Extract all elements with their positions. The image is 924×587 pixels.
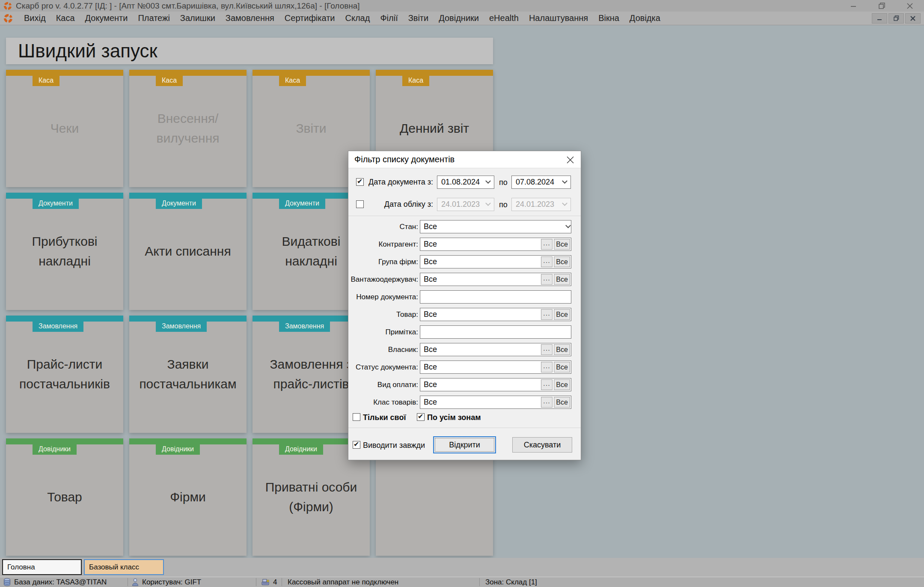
doc-date-from-value: 01.08.2024	[441, 178, 480, 187]
tab-label: Головна	[7, 563, 35, 572]
consignee-picker[interactable]: Все ··· Все	[420, 273, 571, 286]
tile-goods[interactable]: Довідники Товар	[6, 438, 123, 556]
always-show-checkbox[interactable]	[353, 441, 360, 449]
filter-row-firm-group: Група фірм: Все ··· Все	[348, 255, 582, 268]
menu-item-stocks[interactable]: Залишки	[175, 13, 220, 23]
tile-writeoff-acts[interactable]: Документи Акти списання	[129, 193, 247, 310]
tile-supplier-requests[interactable]: Замовлення Заявки постачальникам	[129, 316, 247, 433]
all-button[interactable]: Все	[554, 379, 570, 390]
goods-picker[interactable]: Все ··· Все	[420, 308, 571, 321]
menu-item-directories[interactable]: Довідники	[434, 13, 484, 23]
menu-item-ehealth[interactable]: eHealth	[484, 13, 524, 23]
all-button[interactable]: Все	[554, 256, 570, 267]
menu-item-payments[interactable]: Платежі	[133, 13, 175, 23]
close-icon[interactable]	[896, 0, 924, 12]
database-icon	[3, 578, 11, 586]
field-value: Все	[424, 240, 540, 249]
tab-base-class[interactable]: Базовый класс	[84, 559, 164, 575]
menu-item-kasa[interactable]: Каса	[51, 13, 80, 23]
doc-date-to-combo[interactable]: 07.08.2024	[511, 176, 571, 189]
firm-group-picker[interactable]: Все ··· Все	[420, 255, 571, 268]
field-value: Все	[424, 345, 540, 354]
field-label: Вантажоодержувач:	[350, 273, 418, 286]
field-label: Контрагент:	[350, 238, 418, 251]
mdi-restore-icon[interactable]	[888, 13, 904, 24]
ellipsis-button[interactable]: ···	[541, 239, 553, 250]
combo-arrow-icon	[562, 178, 567, 184]
tab-main[interactable]: Головна	[2, 559, 82, 575]
ellipsis-button[interactable]: ···	[541, 397, 553, 408]
all-zones-checkbox[interactable]	[417, 413, 425, 421]
menu-bar: Вихід Каса Документи Платежі Залишки Зам…	[0, 12, 924, 25]
mdi-system-menu-icon[interactable]	[3, 14, 13, 23]
minimize-icon[interactable]	[839, 0, 868, 12]
doc-date-checkbox[interactable]	[356, 178, 364, 186]
menu-item-exit[interactable]: Вихід	[19, 13, 51, 23]
field-value: Все	[424, 380, 540, 389]
ellipsis-button[interactable]: ···	[541, 379, 553, 390]
doc-number-input[interactable]	[420, 290, 571, 304]
account-date-to-word: по	[499, 200, 508, 209]
always-show-label: Виводити завжди	[363, 441, 425, 450]
page-title: Швидкий запуск	[18, 40, 157, 62]
tile-category-tab: Каса	[33, 76, 59, 86]
menu-item-certificates[interactable]: Сертифікати	[279, 13, 340, 23]
menu-item-orders[interactable]: Замовлення	[220, 13, 279, 23]
tile-label: Звіти	[291, 119, 331, 139]
dialog-titlebar: Фільтр списку документів	[348, 151, 581, 168]
menu-item-help[interactable]: Довідка	[624, 13, 666, 23]
menu-item-reports[interactable]: Звіти	[403, 13, 434, 23]
owner-picker[interactable]: Все ··· Все	[420, 343, 571, 356]
open-button[interactable]: Відкрити	[433, 436, 496, 453]
ellipsis-button[interactable]: ···	[541, 344, 553, 355]
menu-item-settings[interactable]: Налаштування	[524, 13, 593, 23]
menu-item-warehouse[interactable]: Склад	[340, 13, 375, 23]
only-own-checkbox[interactable]	[353, 413, 360, 421]
payment-type-picker[interactable]: Все ··· Все	[420, 378, 571, 391]
ellipsis-button[interactable]: ···	[541, 309, 553, 320]
combo-arrow-icon	[562, 200, 567, 206]
doc-status-picker[interactable]: Все ··· Все	[420, 361, 571, 374]
doc-date-from-combo[interactable]: 01.08.2024	[437, 176, 494, 189]
state-combo[interactable]: Все	[420, 220, 571, 233]
combo-arrow-icon	[565, 223, 571, 228]
menu-item-branches[interactable]: Філії	[375, 13, 403, 23]
tile-label: Прибуткові накладні	[6, 232, 123, 271]
maximize-icon[interactable]	[868, 0, 896, 12]
note-input[interactable]	[420, 325, 571, 339]
status-database: База даних: TASA3@TITAN	[3, 577, 107, 587]
status-bar: База даних: TASA3@TITAN Користувач: GIFT…	[0, 577, 924, 587]
cancel-button[interactable]: Скасувати	[512, 437, 572, 453]
divider	[282, 578, 282, 586]
all-button[interactable]: Все	[554, 274, 570, 285]
tile-label: Чеки	[45, 119, 84, 139]
all-button[interactable]: Все	[554, 362, 570, 372]
user-icon	[132, 578, 139, 586]
goods-class-picker[interactable]: Все ··· Все	[420, 396, 571, 409]
field-label: Товар:	[350, 308, 418, 321]
menu-item-windows[interactable]: Вікна	[593, 13, 624, 23]
ellipsis-button[interactable]: ···	[541, 274, 553, 285]
tile-checks[interactable]: Каса Чеки	[6, 70, 123, 187]
only-own-label: Тільки свої	[363, 413, 406, 422]
tile-firms[interactable]: Довідники Фірми	[129, 438, 247, 556]
tile-label: Внесення/вилучення	[129, 109, 247, 149]
dialog-close-icon[interactable]	[562, 153, 578, 167]
account-date-checkbox[interactable]	[356, 200, 364, 208]
all-button[interactable]: Все	[554, 239, 570, 250]
mdi-close-icon[interactable]	[905, 13, 921, 24]
account-date-from-combo: 24.01.2023	[437, 198, 494, 211]
tile-category-bar	[253, 70, 370, 76]
ellipsis-button[interactable]: ···	[541, 256, 553, 267]
tile-income-invoices[interactable]: Документи Прибуткові накладні	[6, 193, 123, 310]
ellipsis-button[interactable]: ···	[541, 362, 553, 372]
menu-item-documents[interactable]: Документи	[80, 13, 133, 23]
tile-supplier-pricelists[interactable]: Замовлення Прайс-листи постачальників	[6, 316, 123, 433]
tile-deposit-withdrawal[interactable]: Каса Внесення/вилучення	[129, 70, 247, 187]
all-button[interactable]: Все	[554, 309, 570, 320]
all-button[interactable]: Все	[554, 397, 570, 408]
all-button[interactable]: Все	[554, 344, 570, 355]
mdi-minimize-icon[interactable]	[872, 13, 887, 24]
contractor-picker[interactable]: Все ··· Все	[420, 238, 571, 251]
app-logo-icon[interactable]	[3, 2, 12, 10]
